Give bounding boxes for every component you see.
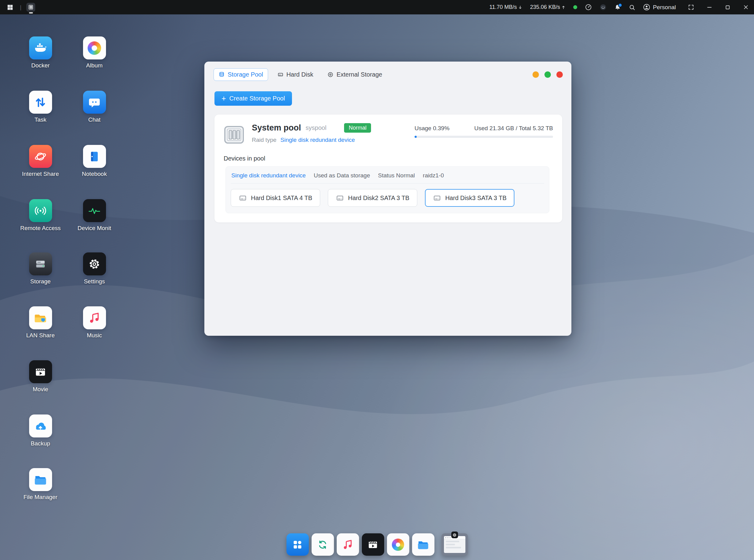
desktop-icon-label: Device Monit (78, 225, 111, 232)
desktop-icon-label: Notebook (82, 171, 106, 177)
desktop-icon-internet-share[interactable]: Internet Share (18, 145, 63, 177)
usage-progress-fill (415, 136, 417, 138)
disk-label: Hard Disk3 SATA 3 TB (445, 195, 507, 202)
usage-block: Usage 0.39% Used 21.34 GB / Total 5.32 T… (415, 125, 553, 138)
disk-label: Hard Disk2 SATA 3 TB (348, 195, 409, 202)
pool-alias: syspool (306, 124, 326, 132)
desktop-icon-label: Album (86, 62, 103, 69)
fullscreen-icon[interactable] (688, 4, 694, 11)
hard-disk-icon (277, 72, 284, 78)
desktop-icon-device-monitor[interactable]: Device Monit (72, 199, 117, 232)
start-grid-icon (7, 4, 14, 11)
clapperboard-icon (34, 365, 47, 378)
notifications-bell-icon[interactable] (614, 4, 621, 11)
folder-icon (417, 539, 429, 551)
disk-button-3[interactable]: Hard Disk3 SATA 3 TB (425, 189, 514, 207)
notebook-icon (87, 150, 101, 163)
desktop-icon-task[interactable]: Task (18, 91, 63, 123)
dock-item-photos[interactable] (387, 533, 409, 556)
app-launcher-icon (291, 539, 304, 551)
settings-gear-badge (451, 532, 458, 538)
dock-item-music[interactable] (337, 533, 359, 556)
tab-external-storage[interactable]: External Storage (322, 68, 387, 81)
user-account-button[interactable]: Personal (643, 4, 676, 11)
usage-progress-bar (415, 136, 553, 138)
taskbar-separator: | (20, 4, 21, 11)
ecg-monitor-icon (87, 204, 101, 218)
docker-whale-icon (34, 41, 47, 55)
system-pool-card: System pool syspool Normal Raid type Sin… (215, 115, 562, 222)
disk-button-2[interactable]: Hard Disk2 SATA 3 TB (328, 189, 417, 207)
tab-label: External Storage (336, 71, 382, 78)
tab-storage-pool[interactable]: Storage Pool (214, 68, 268, 81)
plus-icon: + (221, 95, 226, 102)
external-storage-disc-icon (327, 72, 334, 78)
desktop-icon-notebook[interactable]: Notebook (72, 145, 117, 177)
notification-badge (618, 3, 622, 7)
dock-item-window-preview[interactable] (441, 533, 468, 556)
dock-item-recycle[interactable] (312, 533, 334, 556)
create-storage-pool-button[interactable]: + Create Storage Pool (215, 91, 292, 106)
desktop-icon-docker[interactable]: Docker (18, 37, 63, 69)
gear-icon (452, 533, 457, 537)
window-traffic-lights (533, 72, 563, 78)
desktop-icon-label: Task (34, 116, 46, 123)
dock-item-movie[interactable] (362, 533, 384, 556)
raid-type-link[interactable]: Single disk redundant device (280, 137, 355, 143)
desktop-icon-remote-access[interactable]: Remote Access (18, 199, 63, 232)
recycle-sync-icon (317, 539, 329, 551)
desktop-icon-label: Movie (33, 386, 48, 393)
music-note-icon (88, 312, 101, 324)
disk-button-1[interactable]: Hard Disk1 SATA 4 TB (231, 189, 320, 207)
desktop-icon-label: Docker (31, 62, 49, 69)
gear-icon (88, 258, 101, 271)
desktop-icon-movie[interactable]: Movie (18, 360, 63, 393)
desktop-icon-music[interactable]: Music (72, 306, 117, 339)
desktop-icon-file-manager[interactable]: File Manager (18, 468, 63, 501)
start-menu-button[interactable] (5, 2, 15, 13)
storage-pool-stack-icon (218, 72, 225, 78)
drive-stack-icon (34, 257, 47, 271)
maximize-icon[interactable] (725, 4, 731, 11)
taskbar-item-storage-manager[interactable] (26, 1, 36, 14)
window-close-button[interactable] (556, 72, 563, 78)
active-app-indicator (29, 12, 33, 14)
desktop-icon-album[interactable]: Album (72, 37, 117, 69)
close-icon[interactable] (743, 4, 749, 11)
desktop-icon-label: Settings (84, 278, 105, 285)
search-icon[interactable] (629, 4, 635, 11)
music-note-icon (342, 539, 354, 551)
dock-item-file-manager[interactable] (412, 533, 434, 556)
dock (286, 533, 468, 556)
tab-hard-disk[interactable]: Hard Disk (272, 68, 318, 81)
desktop-icon-lan-share[interactable]: LAN Share (18, 306, 63, 339)
clapperboard-icon (367, 539, 379, 551)
desktop-icon-chat[interactable]: Chat (72, 91, 117, 123)
usage-percent-text: Usage 0.39% (415, 125, 450, 132)
dock-item-app-launcher[interactable] (286, 533, 309, 556)
widgets-ring-icon[interactable] (600, 4, 607, 11)
window-minimize-button[interactable] (533, 72, 539, 78)
upload-arrow-icon (561, 5, 566, 9)
desktop-icon-settings[interactable]: Settings (72, 253, 117, 285)
window-maximize-button[interactable] (544, 72, 551, 78)
download-speed: 11.70 MB/s (489, 4, 522, 11)
performance-gauge-icon[interactable] (585, 4, 592, 11)
folder-icon (34, 473, 47, 486)
top-bar: | 11.70 MB/s (0, 0, 754, 14)
group-raid-link[interactable]: Single disk redundant device (231, 172, 306, 179)
raid-type-label: Raid type (252, 137, 276, 143)
system-status-dot (573, 5, 577, 9)
minimize-icon[interactable] (706, 4, 713, 11)
desktop-icon-label: File Manager (24, 494, 58, 501)
group-raid-id: raidz1-0 (423, 172, 444, 179)
user-label: Personal (653, 4, 676, 11)
disk-icon (433, 194, 441, 202)
storage-manager-window: Storage Pool Hard Disk External Storage (204, 62, 571, 336)
create-button-label: Create Storage Pool (230, 95, 285, 102)
task-arrows-icon (34, 96, 47, 109)
desktop-icon-backup[interactable]: Backup (18, 415, 63, 447)
storage-manager-app-icon (26, 3, 35, 12)
desktop-icon-storage[interactable]: Storage (18, 253, 63, 285)
window-tab-bar: Storage Pool Hard Disk External Storage (204, 62, 571, 81)
